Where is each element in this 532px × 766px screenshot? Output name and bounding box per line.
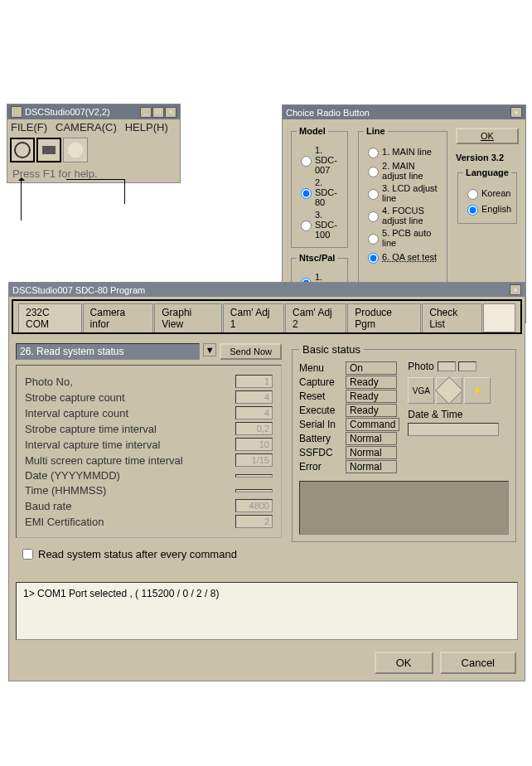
status-menu: MenuOn	[299, 361, 399, 375]
annotation-line	[66, 179, 124, 180]
tab-check-list[interactable]: Check List	[422, 303, 482, 332]
model-group: Model 1. SDC-007 2. SDC-80 3. SDC-100	[291, 126, 348, 248]
language-group: Language Korean English	[457, 167, 517, 224]
status-capture: CaptureReady	[299, 376, 399, 389]
radio-line-3[interactable]: 3. LCD adjust line	[364, 183, 442, 203]
tab-cam-adj2[interactable]: Cam' Adj 2	[285, 303, 346, 332]
sun-icon	[14, 142, 31, 158]
datetime-label: Date & Time	[408, 409, 499, 420]
annotation-arrow	[21, 179, 22, 221]
tab-232c[interactable]: 232C COM	[18, 303, 82, 332]
status-legend: Basic status	[299, 343, 364, 356]
tab-produce-pgm[interactable]: Produce Pgm	[347, 303, 421, 332]
tab-cam-adj1[interactable]: Cam' Adj 1	[223, 303, 284, 332]
status-ssfdc: SSFDCNormal	[299, 446, 399, 459]
close-button[interactable]: ×	[165, 107, 177, 118]
main-program-window: DSCStudio007 SDC-80 Program × 232C COM C…	[8, 282, 525, 681]
ok-button[interactable]: OK	[456, 128, 519, 144]
language-legend: Language	[463, 167, 511, 177]
dscstudio-toolbar-window: DSCStudio007(V2,2) _ □ × FILE(F) CAMERA(…	[7, 104, 181, 183]
annotation-line-v	[124, 179, 125, 204]
close-button[interactable]: ×	[510, 284, 521, 295]
menu-help[interactable]: HELP(H)	[125, 121, 168, 133]
app-icon	[11, 106, 22, 118]
version-label: Version 3.2	[456, 153, 519, 162]
menu-camera[interactable]: CAMERA(C)	[56, 121, 117, 133]
field-date: Date (YYYYMMDD)	[25, 469, 273, 482]
field-time: Time (HHMMSS)	[25, 484, 273, 497]
status-serial: Serial InCommand	[299, 418, 399, 431]
field-interval-count: Interval capture count4	[25, 406, 273, 419]
status-battery: BatteryNormal	[299, 432, 399, 445]
basic-status-group: Basic status MenuOn CaptureReady ResetRe…	[292, 343, 516, 542]
tool-stop-button[interactable]	[63, 138, 88, 162]
octagon-icon	[68, 143, 83, 158]
win1-title: DSCStudio007(V2,2)	[25, 107, 140, 117]
photo-label: Photo	[408, 361, 499, 372]
camera-icon	[42, 146, 56, 154]
field-photo-no: Photo No,1	[25, 375, 273, 388]
radio-korean[interactable]: Korean	[463, 187, 511, 200]
win1-titlebar: DSCStudio007(V2,2) _ □ ×	[7, 104, 180, 119]
form-group: Photo No,1 Strobe capture count4 Interva…	[16, 365, 282, 538]
tab-camera-infor[interactable]: Camera infor	[83, 303, 154, 332]
tab-graphi-view[interactable]: Graphi View	[154, 303, 222, 332]
cancel-button[interactable]: Cancel	[440, 652, 516, 674]
read-after-checkbox[interactable]: Read system status after every command	[19, 546, 278, 562]
datetime-box	[408, 423, 499, 436]
toolbar	[7, 135, 180, 165]
line-legend: Line	[364, 126, 388, 136]
chevron-down-icon[interactable]: ▼	[203, 343, 216, 356]
photo-box-2	[458, 361, 476, 371]
radio-model-1[interactable]: 1. SDC-007	[297, 145, 342, 175]
log-output: 1> COM1 Port selected , ( 115200 / 0 / 2…	[16, 582, 518, 640]
radio-line-6[interactable]: 6. QA set test	[364, 250, 442, 264]
radio-line-1[interactable]: 1. MAIN line	[364, 145, 442, 158]
diamond-icon[interactable]	[436, 377, 462, 404]
status-reset: ResetReady	[299, 390, 399, 403]
flash-icon[interactable]: ⚡	[464, 377, 491, 404]
radio-line-4[interactable]: 4. FOCUS adjust line	[364, 206, 442, 225]
radio-model-2[interactable]: 2. SDC-80	[297, 177, 342, 207]
photo-box-1	[438, 361, 456, 371]
field-multi-screen: Multi screen capture time interval1/15	[25, 453, 273, 467]
ntscpal-legend: Ntsc/Pal	[297, 253, 337, 263]
send-now-button[interactable]: Send Now	[220, 343, 282, 360]
status-error: ErrorNormal	[299, 460, 399, 473]
radio-line-2[interactable]: 2. MAIN adjust line	[364, 161, 442, 181]
tool-sun-button[interactable]	[10, 138, 35, 162]
radio-english[interactable]: English	[463, 202, 511, 216]
win2-titlebar: Choice Radio Button ×	[283, 105, 525, 119]
menubar: FILE(F) CAMERA(C) HELP(H)	[7, 119, 180, 135]
field-strobe-count: Strobe capture count4	[25, 390, 273, 404]
win3-titlebar: DSCStudio007 SDC-80 Program ×	[9, 283, 525, 297]
field-strobe-interval: Strobe capture time interval0,2	[25, 422, 273, 435]
minimize-button[interactable]: _	[140, 107, 152, 118]
tab-bar: 232C COM Camera infor Graphi View Cam' A…	[12, 299, 522, 334]
close-button[interactable]: ×	[510, 107, 522, 118]
win3-title: DSCStudio007 SDC-80 Program	[12, 285, 510, 295]
command-dropdown[interactable]: 26. Read system status	[16, 343, 200, 360]
ok-button[interactable]: OK	[375, 652, 433, 674]
radio-line-5[interactable]: 5. PCB auto line	[364, 228, 442, 248]
field-baud: Baud rate4800	[25, 499, 273, 512]
tool-camera-button[interactable]	[36, 138, 61, 162]
model-legend: Model	[297, 126, 328, 136]
vga-icon[interactable]: VGA	[408, 377, 434, 404]
maximize-button[interactable]: □	[152, 107, 164, 118]
menu-file[interactable]: FILE(F)	[11, 121, 47, 133]
win2-title: Choice Radio Button	[286, 108, 510, 118]
field-interval-interval: Interval capture time interval10	[25, 438, 273, 451]
tab-blank	[483, 303, 515, 332]
preview-box	[299, 481, 509, 535]
status-execute: ExecuteReady	[299, 404, 399, 417]
radio-model-3[interactable]: 3. SDC-100	[297, 210, 342, 240]
field-emi: EMI Certification2	[25, 515, 273, 528]
